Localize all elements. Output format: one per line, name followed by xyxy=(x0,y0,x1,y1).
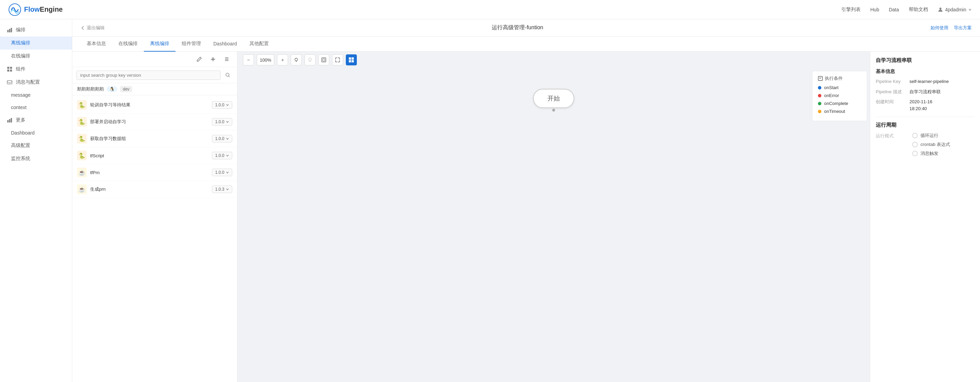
sidebar-label-context: context xyxy=(11,105,27,110)
version-select-2[interactable]: 1.0.0 xyxy=(212,135,232,142)
comp-name-3: tfScript xyxy=(90,153,212,158)
execution-conditions-panel: 执行条件 onStart onError onComplete xyxy=(812,71,867,121)
component-item-0[interactable]: 🐍 轮训自学习等待结果 1.0.0 xyxy=(72,97,237,113)
sidebar-item-online[interactable]: 在线编排 xyxy=(0,49,72,63)
tab-offline-edit[interactable]: 离线编排 xyxy=(144,37,175,52)
component-item-3[interactable]: 🐍 tfScript 1.0.0 xyxy=(72,147,237,164)
howto-link[interactable]: 如何使用 xyxy=(931,25,948,31)
sidebar-item-advanced-config[interactable]: 高级配置 xyxy=(0,139,72,152)
comp-icon-0: 🐍 xyxy=(77,100,87,110)
sidebar-item-component[interactable]: 组件 xyxy=(0,63,72,76)
grid-view-button[interactable] xyxy=(346,54,357,65)
sidebar-label-message: message xyxy=(11,92,30,98)
comp-icon-4: ☕ xyxy=(77,167,87,177)
component-item-5[interactable]: ☕ 生成prn 1.0.3 xyxy=(72,181,237,198)
header-actions: 如何使用 导出方案 xyxy=(931,25,972,31)
exec-item-ontimeout: onTimeout xyxy=(818,109,861,114)
tag-env: dev xyxy=(120,86,132,92)
sidebar-item-offline[interactable]: 离线编排 xyxy=(0,37,72,49)
add-icon xyxy=(210,56,216,62)
svg-rect-19 xyxy=(349,60,351,62)
list-icon-btn[interactable] xyxy=(222,54,232,64)
component-item-4[interactable]: ☕ tfPrn 1.0.0 xyxy=(72,164,237,181)
tab-other-config[interactable]: 其他配置 xyxy=(243,37,275,52)
nav-hub[interactable]: Hub xyxy=(870,7,879,13)
version-select-5[interactable]: 1.0.3 xyxy=(212,186,232,193)
tab-dashboard[interactable]: Dashboard xyxy=(207,37,243,52)
sidebar: 编排 离线编排 在线编排 组件 消息与配置 message context 更多… xyxy=(0,19,72,382)
pipeline-key-value: self-learner-pipeline xyxy=(910,78,949,85)
back-button[interactable]: 退出编辑 xyxy=(81,25,105,31)
comp-name-2: 获取自学习数据组 xyxy=(90,135,212,142)
svg-rect-20 xyxy=(352,60,354,62)
sidebar-label-online: 在线编排 xyxy=(11,53,30,59)
svg-point-14 xyxy=(295,58,298,61)
svg-rect-11 xyxy=(9,119,10,123)
nav-help[interactable]: 帮助文档 xyxy=(909,6,928,13)
nav-engine-list[interactable]: 引擎列表 xyxy=(841,6,861,13)
exec-item-onstart: onStart xyxy=(818,85,861,90)
tab-component-mgmt[interactable]: 组件管理 xyxy=(175,37,207,52)
sidebar-item-paibian[interactable]: 编排 xyxy=(0,24,72,37)
zoom-out-button[interactable]: − xyxy=(243,54,254,65)
radio-message-trigger[interactable]: 消息触发 xyxy=(912,150,950,157)
exec-item-oncomplete: onComplete xyxy=(818,101,861,106)
search-button[interactable] xyxy=(223,70,233,80)
tab-basic-info[interactable]: 基本信息 xyxy=(81,37,112,52)
fullscreen-button[interactable] xyxy=(332,54,343,65)
canvas-area: − 100% + xyxy=(237,52,870,382)
version-select-4[interactable]: 1.0.0 xyxy=(212,169,232,176)
fit-view-button[interactable] xyxy=(318,54,329,65)
comp-name-5: 生成prn xyxy=(90,186,212,193)
svg-rect-7 xyxy=(7,70,9,72)
comp-name-0: 轮训自学习等待结果 xyxy=(90,102,212,108)
comp-name-4: tfPrn xyxy=(90,170,212,175)
edit-icon xyxy=(196,56,202,62)
version-select-1[interactable]: 1.0.0 xyxy=(212,118,232,126)
edit-icon-btn[interactable] xyxy=(194,54,204,64)
nav-right: 引擎列表 Hub Data 帮助文档 4pdadmin xyxy=(841,6,972,13)
component-item-1[interactable]: 🐍 部署并启动自学习 1.0.0 xyxy=(72,113,237,131)
svg-rect-3 xyxy=(9,29,10,32)
sidebar-item-more[interactable]: 更多 xyxy=(0,113,72,127)
nav-user[interactable]: 4pdadmin xyxy=(938,7,972,13)
sidebar-item-monitor[interactable]: 监控系统 xyxy=(0,152,72,165)
component-item-2[interactable]: 🐍 获取自学习数据组 1.0.0 xyxy=(72,131,237,147)
nav-data[interactable]: Data xyxy=(889,7,899,13)
list-icon xyxy=(224,56,229,62)
tab-online-edit[interactable]: 在线编排 xyxy=(112,37,144,52)
light-off-icon-btn[interactable] xyxy=(304,54,315,65)
chevron-down-icon-0 xyxy=(226,103,229,107)
sidebar-item-message-config[interactable]: 消息与配置 xyxy=(0,76,72,89)
sidebar-item-dashboard[interactable]: Dashboard xyxy=(0,127,72,139)
add-icon-btn[interactable] xyxy=(208,54,218,64)
page-title: 运行高级管理-funtion xyxy=(492,24,543,31)
logo[interactable]: FlowEngine xyxy=(8,3,63,16)
start-node[interactable]: 开始 xyxy=(533,89,574,108)
comp-icon-5: ☕ xyxy=(77,185,87,194)
user-icon xyxy=(938,7,943,13)
search-input[interactable] xyxy=(76,70,221,80)
light-on-icon-btn[interactable] xyxy=(291,54,302,65)
exec-conditions-title: 执行条件 xyxy=(818,75,861,81)
tag-name: 鹅鹅鹅鹅鹅鹅 xyxy=(77,86,104,92)
sidebar-item-message[interactable]: message xyxy=(0,89,72,101)
sidebar-label-more: 更多 xyxy=(16,117,25,123)
back-arrow-icon xyxy=(81,25,85,30)
version-select-3[interactable]: 1.0.0 xyxy=(212,152,232,159)
radio-crontab[interactable]: crontab 表达式 xyxy=(912,142,950,148)
tag-badge: 🐧 xyxy=(107,86,117,92)
dot-orange xyxy=(818,110,821,113)
export-link[interactable]: 导出方案 xyxy=(954,25,972,31)
chevron-down-icon-4 xyxy=(226,171,229,174)
radio-loop[interactable]: 循环运行 xyxy=(912,132,950,139)
sidebar-item-context[interactable]: context xyxy=(0,101,72,113)
zoom-in-button[interactable]: + xyxy=(277,54,288,65)
svg-rect-6 xyxy=(10,67,12,69)
dot-blue xyxy=(818,86,821,89)
pipeline-desc-value: 自学习流程串联 xyxy=(910,88,941,96)
sidebar-label-monitor: 监控系统 xyxy=(11,156,30,162)
dot-green xyxy=(818,102,821,105)
version-select-0[interactable]: 1.0.0 xyxy=(212,101,232,109)
svg-rect-17 xyxy=(349,57,351,59)
